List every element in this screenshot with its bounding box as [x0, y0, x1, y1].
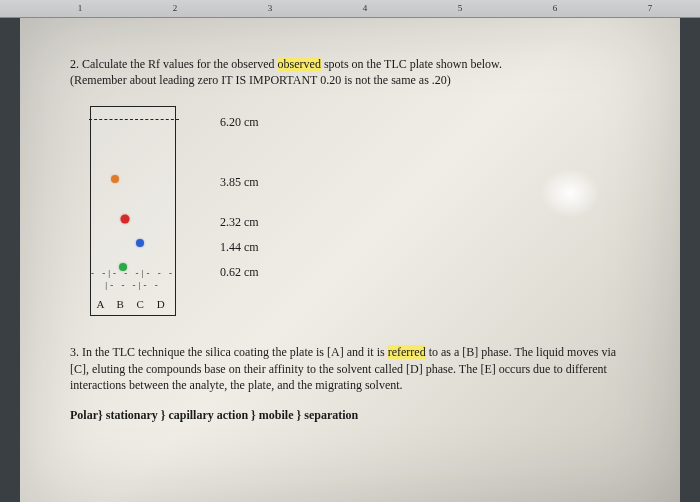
- tlc-spot-orange: [111, 175, 119, 183]
- q3-highlight: referred: [388, 345, 426, 359]
- document-page: 2. Calculate the Rf values for the obser…: [20, 18, 680, 502]
- measurement-spot-2: 2.32 cm: [220, 214, 259, 230]
- q3-pre: 3. In the TLC technique the silica coati…: [70, 345, 388, 359]
- ruler-mark: 5: [458, 3, 463, 13]
- question-3: 3. In the TLC technique the silica coati…: [70, 344, 630, 393]
- measurement-spot-4: 0.62 cm: [220, 264, 259, 280]
- question-2: 2. Calculate the Rf values for the obser…: [70, 56, 630, 88]
- tlc-plate: - -|- - -|- - -|- - -|- - A B C D: [90, 106, 176, 316]
- measurement-spot-1: 3.85 cm: [220, 174, 259, 190]
- measurement-spot-3: 1.44 cm: [220, 239, 259, 255]
- word-bank-text: Polar} stationary } capillary action } m…: [70, 408, 358, 422]
- tlc-diagram: - -|- - -|- - -|- - -|- - A B C D 6.20 c…: [90, 106, 630, 316]
- ruler-mark: 3: [268, 3, 273, 13]
- tlc-spot-red: [120, 215, 129, 224]
- baseline-ticks: - -|- - -|- - -|- - -|- -: [91, 267, 175, 291]
- q2-highlight: observed: [278, 57, 321, 71]
- ruler-mark: 2: [173, 3, 178, 13]
- ruler-mark: 6: [553, 3, 558, 13]
- measurement-solvent-front: 6.20 cm: [220, 114, 259, 130]
- ruler-mark: 1: [78, 3, 83, 13]
- lane-labels: A B C D: [91, 297, 175, 312]
- solvent-front-line: [89, 119, 179, 120]
- q2-line1-post: spots on the TLC plate shown below.: [321, 57, 502, 71]
- ruler-mark: 4: [363, 3, 368, 13]
- word-bank: Polar} stationary } capillary action } m…: [70, 407, 630, 423]
- q2-line2: (Remember about leading zero IT IS IMPOR…: [70, 73, 451, 87]
- tlc-spot-blue: [136, 239, 144, 247]
- ruler-mark: 7: [648, 3, 653, 13]
- q2-line1-pre: 2. Calculate the Rf values for the obser…: [70, 57, 278, 71]
- ruler: 1 2 3 4 5 6 7: [0, 0, 700, 18]
